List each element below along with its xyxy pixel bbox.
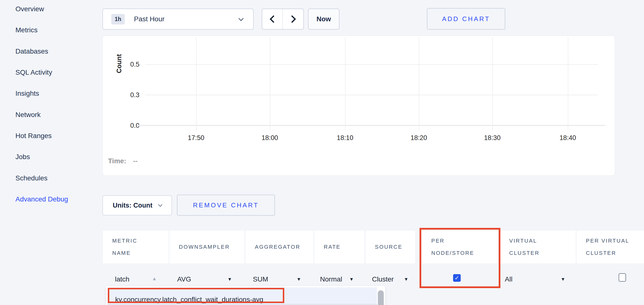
y-tick-label: 0.3	[112, 91, 140, 99]
x-tick-label: 18:20	[399, 134, 438, 142]
gridline-vertical	[419, 37, 419, 131]
x-tick-label: 18:10	[326, 134, 365, 142]
y-tick-label: 0.0	[112, 121, 140, 130]
gridline-horizontal	[145, 64, 598, 65]
scrollbar-track[interactable]	[378, 287, 385, 305]
caret-down-icon[interactable]: ▼	[561, 277, 565, 282]
time-next-button[interactable]	[282, 8, 304, 30]
units-dropdown[interactable]: Units: Count	[102, 195, 172, 215]
metric-name-input[interactable]: latch	[115, 275, 130, 284]
time-window-badge: 1h	[111, 14, 125, 24]
chevron-right-icon	[288, 15, 296, 23]
chevron-left-icon	[270, 15, 277, 23]
aggregator-select[interactable]: SUM	[253, 275, 268, 284]
time-window-label: Past Hour	[134, 15, 165, 23]
time-readout-value: --	[133, 157, 138, 165]
x-axis-baseline	[137, 125, 606, 126]
column-header-metric-name: METRIC NAME	[103, 231, 168, 263]
gridline-vertical	[492, 37, 493, 131]
y-tick-label: 0.5	[112, 60, 140, 68]
sidebar-item-sql-activity[interactable]: SQL Activity	[16, 67, 52, 77]
chart-panel: Count 0.5 0.3 0.0 17:50 18:00 18:10 18:2…	[102, 35, 615, 176]
sidebar-item-schedules[interactable]: Schedules	[16, 173, 48, 183]
sidebar-item-advanced-debug[interactable]: Advanced Debug	[16, 194, 68, 204]
column-header-virtual-cluster: VIRTUAL CLUSTER	[500, 231, 576, 263]
units-dropdown-label: Units: Count	[113, 202, 152, 209]
scrollbar-thumb[interactable]	[378, 290, 384, 305]
x-tick-label: 18:30	[473, 134, 512, 142]
sidebar-item-network[interactable]: Network	[16, 110, 41, 120]
time-readout-label: Time:	[108, 157, 126, 165]
source-select[interactable]: Cluster	[372, 275, 394, 284]
x-tick-label: 17:50	[176, 134, 216, 142]
highlight-box-metric-suggestion	[108, 288, 284, 303]
gridline-vertical	[270, 37, 270, 131]
sidebar-item-overview[interactable]: Overview	[16, 4, 44, 14]
sidebar-item-jobs[interactable]: Jobs	[16, 152, 30, 162]
remove-chart-button[interactable]: REMOVE CHART	[177, 195, 275, 216]
column-header-rate: RATE	[314, 231, 364, 263]
time-prev-button[interactable]	[262, 8, 283, 30]
rate-select[interactable]: Normal	[320, 275, 342, 284]
sort-up-icon[interactable]: ▲	[152, 276, 157, 282]
chevron-down-icon	[238, 16, 244, 21]
caret-down-icon[interactable]: ▼	[296, 277, 301, 282]
per-virtual-cluster-checkbox[interactable]	[618, 273, 626, 282]
sidebar-item-insights[interactable]: Insights	[16, 89, 39, 98]
hover-time-readout: Time: --	[108, 157, 138, 165]
column-header-source: SOURCE	[366, 231, 415, 263]
caret-down-icon[interactable]: ▼	[228, 277, 232, 282]
column-header-downsampler: DOWNSAMPLER	[170, 231, 244, 263]
sidebar-item-metrics[interactable]: Metrics	[16, 25, 38, 35]
column-header-aggregator: AGGREGATOR	[246, 231, 314, 263]
gridline-horizontal	[145, 95, 598, 95]
time-window-selector[interactable]: 1h Past Hour	[102, 8, 254, 30]
now-button[interactable]: Now	[308, 8, 340, 30]
x-tick-label: 18:00	[250, 134, 290, 142]
gridline-vertical	[196, 37, 196, 131]
caret-down-icon[interactable]: ▼	[349, 277, 354, 282]
gridline-vertical	[345, 37, 346, 131]
chevron-down-icon	[158, 203, 162, 207]
gridline-vertical	[568, 37, 568, 131]
sidebar-item-databases[interactable]: Databases	[16, 46, 48, 56]
highlight-box-per-node-store	[420, 228, 500, 288]
x-tick-label: 18:40	[548, 134, 588, 142]
divider	[107, 304, 384, 305]
caret-down-icon[interactable]: ▼	[404, 277, 408, 282]
sidebar-item-hot-ranges[interactable]: Hot Ranges	[16, 131, 52, 141]
downsampler-select[interactable]: AVG	[177, 275, 191, 284]
add-chart-button[interactable]: ADD CHART	[427, 8, 505, 30]
virtual-cluster-select[interactable]: All	[505, 275, 512, 284]
column-header-per-virtual-cluster: PER VIRTUAL CLUSTER	[576, 231, 644, 263]
